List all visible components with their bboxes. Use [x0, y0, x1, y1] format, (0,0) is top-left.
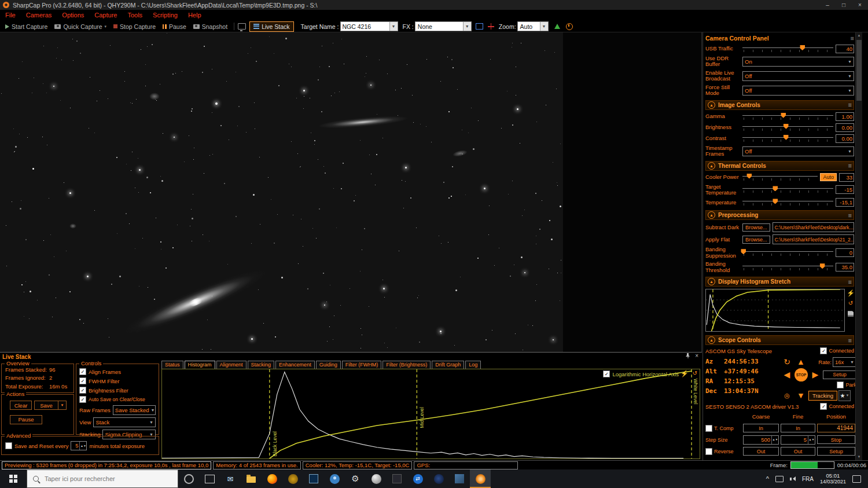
- subtract-dark-browse-button[interactable]: Browse...: [742, 223, 770, 232]
- taskbar-search[interactable]: [27, 469, 178, 488]
- rate-dropdown[interactable]: 16x▼: [833, 357, 856, 367]
- scrollbar-thumb[interactable]: [856, 40, 862, 101]
- reticle-icon[interactable]: [488, 23, 494, 30]
- reverse-checkbox[interactable]: Reverse: [705, 448, 741, 455]
- focuser-in-coarse-button[interactable]: In: [743, 424, 779, 432]
- taskbar-app-firefox[interactable]: [262, 469, 282, 488]
- pin-icon[interactable]: [685, 353, 690, 358]
- close-panel-icon[interactable]: ×: [695, 353, 698, 358]
- spinner-arrows-icon[interactable]: ▲▼: [808, 436, 815, 444]
- display-icon[interactable]: [238, 23, 246, 30]
- spinner-arrows-icon[interactable]: ▲▼: [79, 442, 86, 450]
- display-stretch-header[interactable]: ▲ Display Histogram Stretch ≡: [705, 277, 854, 287]
- collapse-icon[interactable]: ▲: [708, 211, 715, 219]
- usb-traffic-slider[interactable]: [742, 45, 833, 53]
- coarse-step-spinner[interactable]: 500 ▲▼: [743, 435, 779, 445]
- taskbar-app-browser[interactable]: [324, 469, 345, 488]
- force-still-dropdown[interactable]: Off▼: [742, 86, 854, 96]
- main-image-area[interactable]: [0, 32, 702, 352]
- menu-icon[interactable]: ≡: [848, 101, 852, 108]
- chevron-down-icon[interactable]: ▼: [540, 22, 548, 31]
- menu-icon[interactable]: ≡: [848, 212, 852, 219]
- menu-help[interactable]: Help: [183, 10, 207, 21]
- cooler-power-slider[interactable]: [742, 174, 818, 181]
- roi-selection-icon[interactable]: [476, 23, 483, 30]
- language-indicator[interactable]: FRA: [802, 476, 814, 482]
- menu-icon[interactable]: ≡: [848, 162, 852, 169]
- brightness-value[interactable]: 0.00: [836, 123, 854, 132]
- log-axis-checkbox[interactable]: ✓ Logarithmic Horizontal Axis: [603, 370, 679, 377]
- reset-stretch-icon[interactable]: ↺: [693, 370, 697, 376]
- menu-icon[interactable]: ≡: [848, 278, 852, 285]
- menu-scripting[interactable]: Scripting: [148, 10, 183, 21]
- menu-options[interactable]: Options: [57, 10, 89, 21]
- contrast-slider[interactable]: [742, 135, 833, 142]
- image-controls-header[interactable]: ▲ Image Controls ≡: [705, 100, 854, 110]
- black-level-label[interactable]: Black Level: [272, 431, 278, 456]
- taskbar-app-settings[interactable]: ⚙: [345, 469, 366, 488]
- tray-clock[interactable]: 05:01 14/03/2021: [820, 472, 846, 485]
- save-dropdown-icon[interactable]: ▼: [58, 401, 67, 410]
- ddr-dropdown[interactable]: On▼: [742, 57, 854, 67]
- checkbox-checked-icon[interactable]: ✓: [79, 396, 86, 403]
- slew-down-button[interactable]: ▼: [795, 390, 807, 401]
- stop-capture-button[interactable]: Stop Capture: [111, 21, 159, 32]
- cooler-auto-button[interactable]: Auto: [820, 173, 837, 181]
- banding-threshold-value[interactable]: 35.0: [836, 263, 854, 271]
- banding-threshold-slider[interactable]: [742, 263, 833, 271]
- collapse-icon[interactable]: ▲: [708, 162, 715, 170]
- focuser-setup-button[interactable]: Setup: [817, 447, 855, 456]
- star-button[interactable]: ★▼: [838, 390, 851, 401]
- minimize-button[interactable]: –: [819, 0, 836, 10]
- slew-left-button[interactable]: ◀: [781, 369, 793, 380]
- tab-alignment[interactable]: Alignment: [216, 361, 247, 369]
- checkbox-icon[interactable]: [705, 448, 712, 455]
- checkbox-checked-icon[interactable]: ✓: [820, 403, 827, 410]
- livestack-histogram-plot[interactable]: [162, 369, 700, 458]
- clock-icon[interactable]: [566, 23, 573, 30]
- menu-icon[interactable]: ≡: [848, 337, 852, 344]
- tab-stacking[interactable]: Stacking: [248, 361, 275, 369]
- target-temp-value[interactable]: -15: [836, 185, 854, 194]
- checkbox-icon[interactable]: [837, 381, 844, 388]
- panel-scrollbar[interactable]: ▲ ▼: [855, 32, 862, 460]
- start-capture-button[interactable]: Start Capture: [2, 21, 50, 32]
- slew-up-button[interactable]: ▲: [795, 356, 807, 368]
- snapshot-button[interactable]: Snapshot: [190, 21, 230, 32]
- white-level-label[interactable]: White Level: [693, 379, 698, 404]
- temp-comp-checkbox[interactable]: T. Comp: [705, 425, 741, 432]
- chevron-down-icon[interactable]: ▼: [389, 22, 398, 31]
- collapse-icon[interactable]: ▲: [708, 336, 715, 344]
- checkbox-checked-icon[interactable]: ✓: [820, 347, 827, 354]
- fx-combo[interactable]: None ▼: [415, 21, 472, 31]
- raw-frames-dropdown[interactable]: Save Stacked▼: [113, 405, 156, 415]
- tab-histogram[interactable]: Histogram: [185, 361, 215, 369]
- cortana-button[interactable]: [178, 469, 199, 488]
- auto-stretch-icon[interactable]: ⚡: [681, 370, 689, 376]
- taskbar-app-mail[interactable]: ✉: [220, 469, 241, 488]
- tab-log[interactable]: Log: [465, 361, 481, 369]
- menu-file[interactable]: File: [0, 10, 21, 21]
- clear-button[interactable]: Clear: [10, 401, 32, 410]
- broadcast-dropdown[interactable]: Off▼: [742, 71, 854, 81]
- slew-right-button[interactable]: ▶: [809, 369, 822, 380]
- tab-filter-brightness[interactable]: Filter (Brightness): [382, 361, 431, 369]
- gamma-value[interactable]: 1.00: [836, 112, 854, 121]
- brightness-filter-checkbox[interactable]: ✓ Brightness Filter: [79, 387, 156, 394]
- focuser-stop-button[interactable]: Stop: [817, 435, 855, 444]
- usb-traffic-value[interactable]: 40: [836, 45, 854, 53]
- scope-controls-header[interactable]: ▲ Scope Controls ≡: [705, 335, 854, 345]
- notifications-icon[interactable]: [852, 475, 861, 483]
- save-icon[interactable]: [848, 311, 854, 317]
- taskbar-app-sphere[interactable]: [366, 469, 387, 488]
- taskbar-app-planetarium[interactable]: [428, 469, 449, 488]
- pause-button[interactable]: Pause: [160, 21, 189, 32]
- checkbox-checked-icon[interactable]: ✓: [79, 387, 86, 394]
- contrast-value[interactable]: 0.00: [836, 134, 854, 143]
- collapse-icon[interactable]: ▲: [708, 101, 715, 109]
- minutes-spinner[interactable]: 5 ▲▼: [71, 441, 87, 450]
- apply-flat-path-dropdown[interactable]: C:\Users\SharkFleet\Desktop\21_2...▼: [773, 234, 854, 244]
- scroll-down-icon[interactable]: ▼: [856, 454, 862, 460]
- tab-enhancement[interactable]: Enhancement: [275, 361, 315, 369]
- scope-connected-checkbox[interactable]: ✓ Connected: [820, 347, 854, 354]
